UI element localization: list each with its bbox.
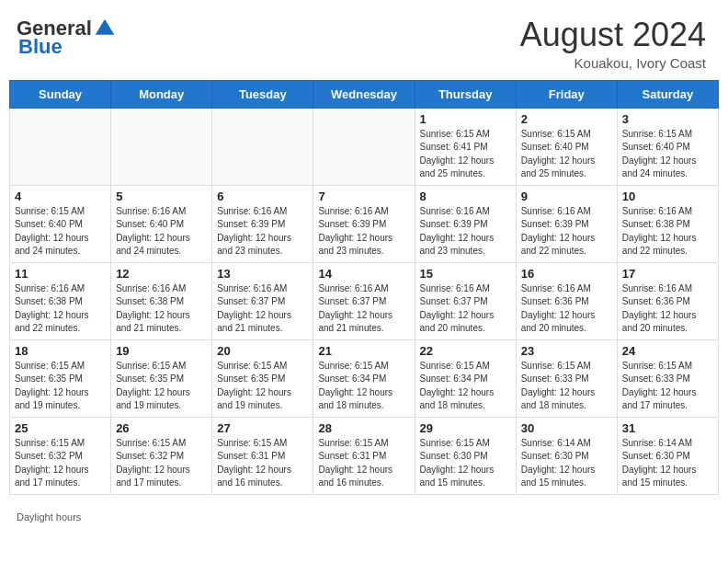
day-number: 21 <box>318 344 409 358</box>
calendar-cell: 10Sunrise: 6:16 AM Sunset: 6:38 PM Dayli… <box>617 185 718 262</box>
calendar-table: SundayMondayTuesdayWednesdayThursdayFrid… <box>9 80 719 495</box>
day-info: Sunrise: 6:16 AM Sunset: 6:37 PM Dayligh… <box>217 282 308 336</box>
day-number: 16 <box>521 267 612 281</box>
calendar-week-row: 25Sunrise: 6:15 AM Sunset: 6:32 PM Dayli… <box>10 417 719 494</box>
calendar-cell: 17Sunrise: 6:16 AM Sunset: 6:36 PM Dayli… <box>617 262 718 339</box>
day-number: 29 <box>420 421 511 435</box>
logo-blue: Blue <box>18 35 63 58</box>
weekday-header: Friday <box>516 80 617 108</box>
day-info: Sunrise: 6:15 AM Sunset: 6:35 PM Dayligh… <box>116 360 207 413</box>
calendar-cell: 27Sunrise: 6:15 AM Sunset: 6:31 PM Dayli… <box>212 417 313 494</box>
calendar-cell: 23Sunrise: 6:15 AM Sunset: 6:33 PM Dayli… <box>516 339 617 417</box>
day-info: Sunrise: 6:15 AM Sunset: 6:30 PM Dayligh… <box>420 437 511 490</box>
day-number: 1 <box>420 112 511 126</box>
day-number: 20 <box>217 344 308 358</box>
day-info: Sunrise: 6:15 AM Sunset: 6:35 PM Dayligh… <box>15 360 106 413</box>
calendar-header: SundayMondayTuesdayWednesdayThursdayFrid… <box>10 80 719 108</box>
day-info: Sunrise: 6:16 AM Sunset: 6:40 PM Dayligh… <box>116 205 207 259</box>
calendar-cell: 16Sunrise: 6:16 AM Sunset: 6:36 PM Dayli… <box>516 262 617 339</box>
calendar-cell: 31Sunrise: 6:14 AM Sunset: 6:30 PM Dayli… <box>617 417 718 494</box>
calendar-cell: 3Sunrise: 6:15 AM Sunset: 6:40 PM Daylig… <box>617 108 718 185</box>
calendar-cell <box>313 108 415 185</box>
calendar-cell: 14Sunrise: 6:16 AM Sunset: 6:37 PM Dayli… <box>313 262 415 339</box>
calendar-cell: 20Sunrise: 6:15 AM Sunset: 6:35 PM Dayli… <box>212 339 313 417</box>
day-info: Sunrise: 6:16 AM Sunset: 6:38 PM Dayligh… <box>622 205 713 259</box>
day-info: Sunrise: 6:15 AM Sunset: 6:33 PM Dayligh… <box>622 360 713 413</box>
day-number: 22 <box>420 344 511 358</box>
day-number: 28 <box>318 421 409 435</box>
calendar-cell <box>212 108 313 185</box>
calendar-cell: 29Sunrise: 6:15 AM Sunset: 6:30 PM Dayli… <box>415 417 516 494</box>
day-info: Sunrise: 6:15 AM Sunset: 6:40 PM Dayligh… <box>15 205 106 259</box>
day-info: Sunrise: 6:16 AM Sunset: 6:39 PM Dayligh… <box>521 205 612 259</box>
day-info: Sunrise: 6:16 AM Sunset: 6:36 PM Dayligh… <box>622 282 713 336</box>
day-info: Sunrise: 6:15 AM Sunset: 6:34 PM Dayligh… <box>318 360 409 413</box>
calendar-cell: 12Sunrise: 6:16 AM Sunset: 6:38 PM Dayli… <box>111 262 212 339</box>
weekday-header: Thursday <box>415 80 516 108</box>
location: Kouakou, Ivory Coast <box>520 55 706 71</box>
day-info: Sunrise: 6:15 AM Sunset: 6:35 PM Dayligh… <box>217 360 308 413</box>
day-number: 8 <box>420 190 511 203</box>
weekday-header: Sunday <box>10 80 111 108</box>
day-number: 4 <box>15 190 106 203</box>
day-number: 19 <box>116 344 207 358</box>
day-info: Sunrise: 6:16 AM Sunset: 6:39 PM Dayligh… <box>217 205 308 259</box>
day-info: Sunrise: 6:16 AM Sunset: 6:37 PM Dayligh… <box>420 282 511 336</box>
calendar-cell: 6Sunrise: 6:16 AM Sunset: 6:39 PM Daylig… <box>212 185 313 262</box>
day-number: 9 <box>521 190 612 203</box>
day-info: Sunrise: 6:15 AM Sunset: 6:32 PM Dayligh… <box>116 437 207 490</box>
calendar-cell: 11Sunrise: 6:16 AM Sunset: 6:38 PM Dayli… <box>10 262 111 339</box>
calendar-cell: 7Sunrise: 6:16 AM Sunset: 6:39 PM Daylig… <box>313 185 415 262</box>
day-info: Sunrise: 6:16 AM Sunset: 6:38 PM Dayligh… <box>116 282 207 336</box>
day-info: Sunrise: 6:15 AM Sunset: 6:31 PM Dayligh… <box>217 437 308 490</box>
day-info: Sunrise: 6:15 AM Sunset: 6:34 PM Dayligh… <box>420 360 511 413</box>
calendar-week-row: 1Sunrise: 6:15 AM Sunset: 6:41 PM Daylig… <box>10 108 719 185</box>
day-number: 7 <box>318 190 409 203</box>
day-number: 26 <box>116 421 207 435</box>
day-info: Sunrise: 6:15 AM Sunset: 6:40 PM Dayligh… <box>521 128 612 181</box>
calendar-week-row: 11Sunrise: 6:16 AM Sunset: 6:38 PM Dayli… <box>10 262 719 339</box>
calendar-cell: 19Sunrise: 6:15 AM Sunset: 6:35 PM Dayli… <box>111 339 212 417</box>
day-number: 30 <box>521 421 612 435</box>
calendar-cell: 18Sunrise: 6:15 AM Sunset: 6:35 PM Dayli… <box>10 339 111 417</box>
day-info: Sunrise: 6:16 AM Sunset: 6:39 PM Dayligh… <box>420 205 511 259</box>
weekday-header: Wednesday <box>313 80 415 108</box>
month-year: August 2024 <box>520 17 706 53</box>
logo-icon <box>94 17 116 40</box>
day-info: Sunrise: 6:15 AM Sunset: 6:32 PM Dayligh… <box>15 437 106 490</box>
day-info: Sunrise: 6:15 AM Sunset: 6:40 PM Dayligh… <box>622 128 713 181</box>
day-number: 5 <box>116 190 207 203</box>
calendar-cell <box>10 108 111 185</box>
day-info: Sunrise: 6:16 AM Sunset: 6:36 PM Dayligh… <box>521 282 612 336</box>
title-block: August 2024 Kouakou, Ivory Coast <box>520 17 706 71</box>
calendar-week-row: 18Sunrise: 6:15 AM Sunset: 6:35 PM Dayli… <box>10 339 719 417</box>
day-number: 17 <box>622 267 713 281</box>
day-info: Sunrise: 6:16 AM Sunset: 6:39 PM Dayligh… <box>318 205 409 259</box>
day-number: 23 <box>521 344 612 358</box>
calendar-week-row: 4Sunrise: 6:15 AM Sunset: 6:40 PM Daylig… <box>10 185 719 262</box>
day-info: Sunrise: 6:14 AM Sunset: 6:30 PM Dayligh… <box>521 437 612 490</box>
calendar-cell: 21Sunrise: 6:15 AM Sunset: 6:34 PM Dayli… <box>313 339 415 417</box>
day-info: Sunrise: 6:15 AM Sunset: 6:33 PM Dayligh… <box>521 360 612 413</box>
day-number: 11 <box>15 267 106 281</box>
day-info: Sunrise: 6:16 AM Sunset: 6:38 PM Dayligh… <box>15 282 106 336</box>
footer: Daylight hours <box>0 508 728 526</box>
calendar-cell: 24Sunrise: 6:15 AM Sunset: 6:33 PM Dayli… <box>617 339 718 417</box>
day-info: Sunrise: 6:16 AM Sunset: 6:37 PM Dayligh… <box>318 282 409 336</box>
day-number: 10 <box>622 190 713 203</box>
day-number: 24 <box>622 344 713 358</box>
day-number: 14 <box>318 267 409 281</box>
day-number: 31 <box>622 421 713 435</box>
day-number: 27 <box>217 421 308 435</box>
day-number: 6 <box>217 190 308 203</box>
calendar-cell: 13Sunrise: 6:16 AM Sunset: 6:37 PM Dayli… <box>212 262 313 339</box>
calendar-cell: 4Sunrise: 6:15 AM Sunset: 6:40 PM Daylig… <box>10 185 111 262</box>
day-number: 12 <box>116 267 207 281</box>
day-info: Sunrise: 6:15 AM Sunset: 6:31 PM Dayligh… <box>318 437 409 490</box>
logo: General Blue <box>17 17 116 59</box>
calendar-cell: 2Sunrise: 6:15 AM Sunset: 6:40 PM Daylig… <box>516 108 617 185</box>
calendar-cell: 8Sunrise: 6:16 AM Sunset: 6:39 PM Daylig… <box>415 185 516 262</box>
footer-daylight-hours: Daylight hours <box>17 511 81 523</box>
weekday-header: Saturday <box>617 80 718 108</box>
calendar-cell: 25Sunrise: 6:15 AM Sunset: 6:32 PM Dayli… <box>10 417 111 494</box>
